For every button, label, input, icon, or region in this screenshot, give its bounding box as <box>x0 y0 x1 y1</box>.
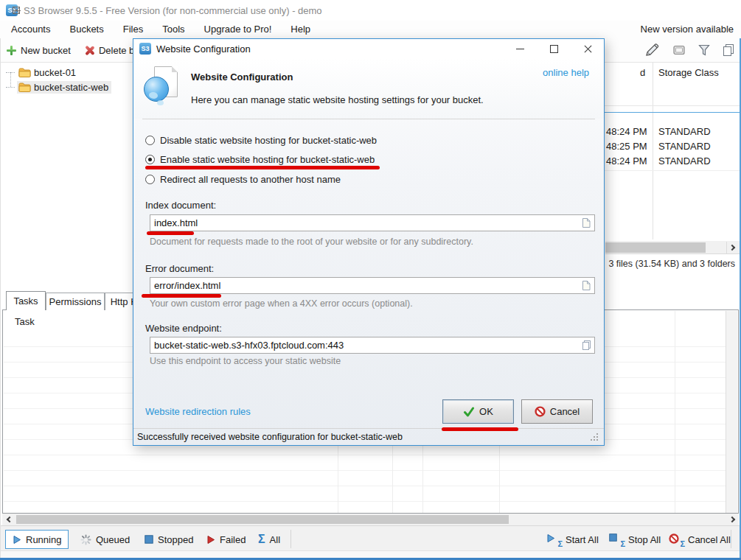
radio-label: Disable static website hosting for bucke… <box>160 135 377 146</box>
check-icon <box>463 407 475 417</box>
new-bucket-button[interactable]: New bucket <box>3 43 74 58</box>
chevron-right-icon <box>728 517 734 522</box>
error-document-input[interactable] <box>150 277 595 294</box>
cancel-all-button[interactable]: Σ Cancel All <box>661 530 738 549</box>
scrollbar-thumb[interactable] <box>16 515 509 524</box>
start-all-button[interactable]: Σ Start All <box>539 530 606 549</box>
dialog-title-bar[interactable]: S3 Website Configuration <box>133 39 604 59</box>
menu-files[interactable]: Files <box>114 21 153 38</box>
dialog-header <box>133 59 604 119</box>
bucket-tree-panel: bucket-01 bucket-static-web <box>0 63 131 290</box>
dialog-maximize-button[interactable] <box>540 39 567 59</box>
filter-queued[interactable]: Queued <box>73 530 137 549</box>
menu-buckets[interactable]: Buckets <box>60 21 113 38</box>
task-horizontal-scrollbar[interactable] <box>2 514 739 525</box>
play-icon <box>13 535 21 545</box>
website-endpoint-label: Website endpoint: <box>145 323 222 334</box>
column-header-partial[interactable]: d <box>640 67 645 78</box>
sigma-icon: Σ <box>258 533 265 545</box>
close-icon <box>12 6 21 15</box>
error-document-hint: Your own custom error page when a 4XX er… <box>150 298 413 309</box>
tab-tasks[interactable]: Tasks <box>6 291 46 310</box>
resize-grip[interactable] <box>591 433 592 435</box>
annotation-underline-ok <box>442 427 518 431</box>
filter-label: Running <box>26 534 61 545</box>
website-endpoint-hint: Use this endpoint to access your static … <box>150 356 341 366</box>
radio-icon <box>145 136 155 145</box>
menu-tools[interactable]: Tools <box>153 21 194 38</box>
browse-file-icon[interactable] <box>580 217 593 229</box>
website-redirection-rules-link[interactable]: Website redirection rules <box>145 406 251 417</box>
file-row-storage-class: STANDARD <box>658 126 711 137</box>
index-document-label: Index document: <box>145 200 216 211</box>
status-bar-separator <box>291 530 291 548</box>
browse-file-icon[interactable] <box>580 279 593 292</box>
cancel-button[interactable]: Cancel <box>521 399 593 424</box>
new-version-link[interactable]: New version available <box>641 21 734 38</box>
task-column-header[interactable]: Task <box>15 316 35 327</box>
dialog-close-button[interactable] <box>574 39 601 59</box>
no-entry-icon <box>535 406 546 417</box>
stop-square-icon <box>145 535 153 544</box>
dialog-subtitle: Here you can manage static website hosti… <box>191 94 484 105</box>
index-document-input[interactable] <box>150 214 595 231</box>
file-row-time: 48:24 PM <box>606 126 647 137</box>
row-divider <box>605 105 740 106</box>
plus-icon <box>6 45 17 56</box>
menu-help[interactable]: Help <box>281 21 320 38</box>
globe-land <box>149 92 158 99</box>
filter-all[interactable]: Σ All <box>251 530 288 549</box>
menu-upgrade[interactable]: Upgrade to Pro! <box>195 21 282 38</box>
row-divider <box>605 170 740 171</box>
tree-item-content: bucket-01 <box>17 66 79 79</box>
radio-label: Redirect all requests to another host na… <box>160 174 341 185</box>
scrollbar-thumb[interactable] <box>605 242 706 253</box>
globe-land <box>157 100 164 105</box>
tab-permissions[interactable]: Permissions <box>46 293 105 310</box>
status-bar-separator <box>731 530 731 548</box>
copy-endpoint-icon[interactable] <box>580 339 593 351</box>
failed-play-icon <box>206 535 215 545</box>
stop-all-button[interactable]: Σ Stop All <box>602 530 668 549</box>
radio-icon <box>145 175 155 184</box>
copy-pages-icon[interactable] <box>722 43 735 59</box>
website-endpoint-field <box>150 337 595 354</box>
rename-pencil-icon[interactable] <box>645 43 661 59</box>
file-row-time: 48:24 PM <box>606 155 647 167</box>
column-header-storage-class[interactable]: Storage Class <box>658 67 719 78</box>
tree-branch-dots <box>6 87 15 88</box>
s3-app-icon: S3 <box>139 43 151 55</box>
task-vertical-scrollbar[interactable] <box>726 311 737 513</box>
website-globe-icon <box>144 66 179 106</box>
radio-enable-hosting[interactable]: Enable static website hosting for bucket… <box>145 153 375 166</box>
radio-disable-hosting[interactable]: Disable static website hosting for bucke… <box>145 134 377 147</box>
scroll-right-button[interactable] <box>726 242 739 253</box>
toolbar-right <box>645 43 735 59</box>
file-list-horizontal-scrollbar[interactable] <box>605 241 740 254</box>
scroll-right-button[interactable] <box>726 514 739 525</box>
online-help-link[interactable]: online help <box>543 67 589 78</box>
ok-button[interactable]: OK <box>442 399 514 424</box>
filter-running[interactable]: Running <box>5 530 69 549</box>
task-status-bar: Running Queued Stopped Failed Σ All Σ St… <box>0 525 741 550</box>
filter-label: Failed <box>220 534 246 545</box>
filter-stopped[interactable]: Stopped <box>137 530 201 549</box>
file-list-summary: 3 files (31.54 KB) and 3 folders <box>608 259 735 269</box>
filter-failed[interactable]: Failed <box>199 530 253 549</box>
close-button[interactable] <box>0 0 32 21</box>
select-tool-icon[interactable] <box>672 43 686 59</box>
header-separator <box>142 119 595 119</box>
action-label: Cancel All <box>688 534 731 545</box>
close-icon <box>583 44 593 54</box>
tree-item-bucket-static-web[interactable]: bucket-static-web <box>6 80 111 94</box>
menu-bar: Accounts Buckets Files Tools Upgrade to … <box>0 21 741 38</box>
scroll-left-button[interactable] <box>2 514 15 525</box>
dialog-status-bar: Successfully received website configurat… <box>133 428 604 445</box>
menu-accounts[interactable]: Accounts <box>1 21 60 38</box>
dialog-minimize-button[interactable] <box>507 39 533 59</box>
tree-item-bucket-01[interactable]: bucket-01 <box>6 65 79 80</box>
dialog-title: Website Configuration <box>156 43 251 55</box>
radio-redirect-requests[interactable]: Redirect all requests to another host na… <box>145 173 341 186</box>
filter-funnel-icon[interactable] <box>697 43 711 59</box>
website-endpoint-input[interactable] <box>150 337 595 354</box>
